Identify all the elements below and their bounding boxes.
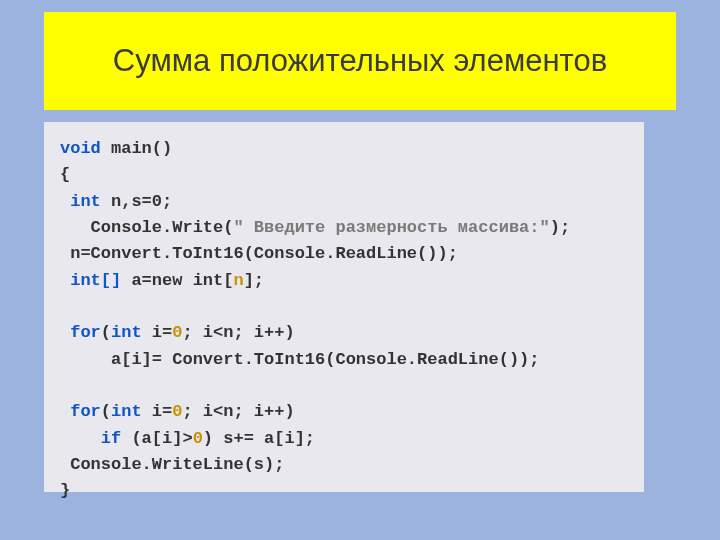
indent [60, 350, 111, 369]
code-line-5: n=Convert.ToInt16(Console.ReadLine()); [60, 241, 628, 267]
number-literal: 0 [172, 323, 182, 342]
keyword-int-array: int[] [70, 271, 121, 290]
slide: Сумма положительных элементов void main(… [0, 0, 720, 540]
code-text: { [60, 165, 70, 184]
indent [60, 271, 70, 290]
indent [60, 323, 70, 342]
code-text: i= [142, 323, 173, 342]
blank-line [60, 294, 628, 320]
keyword-int: int [111, 402, 142, 421]
code-text: ]; [244, 271, 264, 290]
code-text: ; i<n; i++) [182, 402, 294, 421]
code-text: ( [101, 323, 111, 342]
code-text: n,s=0; [101, 192, 172, 211]
indent [60, 402, 70, 421]
code-line-3: int n,s=0; [60, 189, 628, 215]
code-line-2: { [60, 162, 628, 188]
code-line-14: } [60, 478, 628, 504]
indent [60, 244, 70, 263]
code-line-4: Console.Write(" Введите размерность масс… [60, 215, 628, 241]
keyword-int: int [70, 192, 101, 211]
string-literal: " Введите размерность массива:" [233, 218, 549, 237]
code-text: main() [101, 139, 172, 158]
code-text: ; i<n; i++) [182, 323, 294, 342]
code-line-8: for(int i=0; i<n; i++) [60, 320, 628, 346]
keyword-if: if [101, 429, 132, 448]
code-line-11: for(int i=0; i<n; i++) [60, 399, 628, 425]
title-text: Сумма положительных элементов [103, 38, 617, 85]
variable-n: n [233, 271, 243, 290]
indent [60, 192, 70, 211]
code-block: void main() { int n,s=0; Console.Write("… [44, 122, 644, 492]
code-line-6: int[] a=new int[n]; [60, 268, 628, 294]
code-text: Console.Write( [91, 218, 234, 237]
code-text: ) s+= a[i]; [203, 429, 315, 448]
number-literal: 0 [193, 429, 203, 448]
code-line-13: Console.WriteLine(s); [60, 452, 628, 478]
code-text: n=Convert.ToInt16(Console.ReadLine()); [70, 244, 458, 263]
code-line-1: void main() [60, 136, 628, 162]
keyword-for: for [70, 323, 101, 342]
indent [60, 429, 101, 448]
code-text: ( [101, 402, 111, 421]
code-text: a[i]= Convert.ToInt16(Console.ReadLine()… [111, 350, 539, 369]
blank-line [60, 373, 628, 399]
keyword-void: void [60, 139, 101, 158]
keyword-for: for [70, 402, 101, 421]
indent [60, 455, 70, 474]
title-bar: Сумма положительных элементов [44, 12, 676, 110]
code-text: } [60, 481, 70, 500]
code-line-12: if (a[i]>0) s+= a[i]; [60, 426, 628, 452]
code-text: ); [550, 218, 570, 237]
code-text: i= [142, 402, 173, 421]
number-literal: 0 [172, 402, 182, 421]
code-text: (a[i]> [131, 429, 192, 448]
code-text: a=new int[ [121, 271, 233, 290]
code-line-9: a[i]= Convert.ToInt16(Console.ReadLine()… [60, 347, 628, 373]
keyword-int: int [111, 323, 142, 342]
code-text: Console.WriteLine(s); [70, 455, 284, 474]
indent [60, 218, 91, 237]
